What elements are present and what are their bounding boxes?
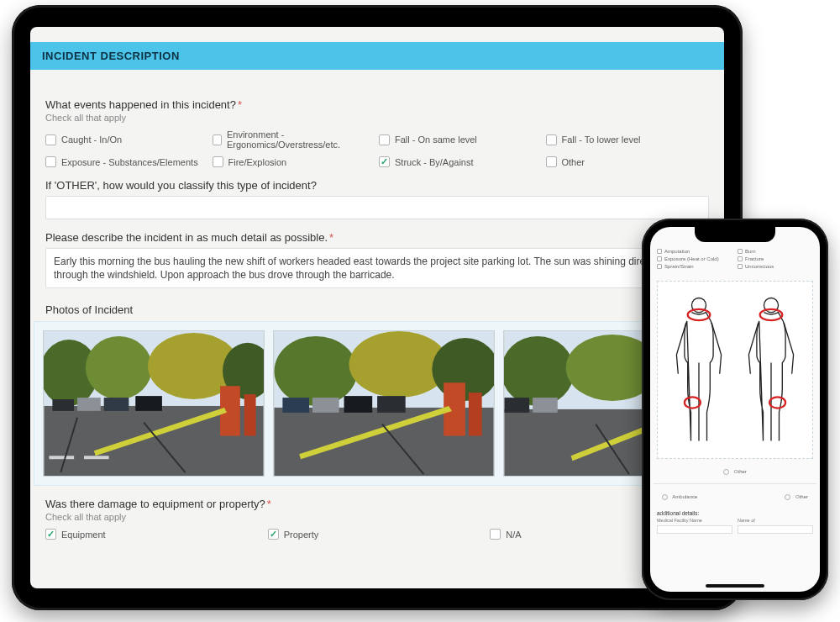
svg-point-17 — [275, 336, 358, 406]
checkbox-fall-same-level[interactable]: Fall - On same level — [379, 129, 543, 150]
checkbox-exposure[interactable]: Exposure - Substances/Elements — [45, 156, 209, 167]
checkbox-box-checked — [268, 529, 279, 540]
name-of-label: Name of — [738, 518, 813, 523]
radio-other-2[interactable]: Other — [785, 494, 808, 500]
svg-rect-21 — [312, 398, 339, 413]
checkbox-box — [657, 256, 662, 261]
checkbox-label: Fire/Explosion — [228, 157, 287, 167]
checkbox-label: Other — [562, 157, 585, 167]
checkbox-box — [213, 156, 223, 167]
radio-row-2: Ambulance Other — [657, 494, 813, 500]
required-asterisk: * — [267, 498, 271, 510]
checkbox-equipment[interactable]: Equipment — [45, 529, 265, 540]
svg-rect-32 — [505, 398, 530, 413]
radio-label: Ambulance — [672, 494, 697, 499]
checkbox-box — [738, 256, 743, 261]
required-asterisk: * — [238, 98, 242, 111]
svg-rect-33 — [533, 398, 558, 413]
checkbox-label: Sprain/Strain — [664, 264, 694, 269]
checkbox-caught-in-on[interactable]: Caught - In/On — [45, 129, 209, 150]
svg-rect-22 — [344, 396, 373, 413]
medical-facility-name-input[interactable] — [657, 525, 732, 534]
question-describe-text: Please describe the incident in as much … — [45, 231, 328, 244]
section-header-incident-description: INCIDENT DESCRIPTION — [30, 42, 724, 70]
checkbox-fire-explosion[interactable]: Fire/Explosion — [213, 156, 376, 167]
radio-label: Other — [734, 469, 747, 474]
checkbox-struck-by-against[interactable]: Struck - By/Against — [379, 156, 543, 167]
events-checkbox-grid: Caught - In/On Environment - Ergonomics/… — [45, 129, 709, 167]
checkbox-amputation[interactable]: Amputation — [657, 249, 732, 254]
tablet-device-frame: INCIDENT DESCRIPTION What events happene… — [12, 5, 743, 610]
phone-fields-row: Medical Facility Name Name of — [657, 518, 813, 534]
incident-photo-2[interactable] — [273, 330, 495, 477]
checkbox-fall-lower-level[interactable]: Fall - To lower level — [546, 129, 710, 150]
required-asterisk: * — [329, 231, 333, 244]
checkbox-box — [738, 264, 743, 269]
question-damage-label: Was there damage to equipment or propert… — [45, 498, 709, 510]
checkbox-sprain-strain[interactable]: Sprain/Strain — [657, 264, 732, 269]
checkbox-property[interactable]: Property — [268, 529, 487, 540]
checkbox-box — [379, 134, 390, 145]
phone-device-frame: Amputation Burn Exposure (Heat or Cold) … — [642, 219, 828, 600]
svg-point-38 — [685, 397, 701, 408]
checkbox-label: Exposure - Substances/Elements — [61, 157, 198, 167]
body-back-icon — [739, 288, 803, 451]
checkbox-label: Fracture — [745, 256, 764, 261]
svg-rect-13 — [49, 456, 74, 460]
radio-label: Other — [795, 494, 808, 499]
divider — [654, 483, 816, 484]
checkbox-box — [738, 249, 743, 254]
checkbox-box — [213, 134, 222, 145]
question-damage-hint: Check all that apply — [45, 512, 709, 522]
symptom-checkbox-grid: Amputation Burn Exposure (Heat or Cold) … — [657, 249, 813, 269]
checkbox-box — [546, 134, 557, 145]
checkbox-box-checked — [45, 529, 56, 540]
checkbox-box — [45, 134, 56, 145]
checkbox-label: Property — [284, 530, 319, 540]
checkbox-environment[interactable]: Environment - Ergonomics/Overstress/etc. — [213, 129, 376, 150]
radio-row-1: Other — [657, 469, 813, 475]
question-events-text: What events happened in this incident? — [45, 98, 236, 111]
photos-row — [34, 321, 721, 486]
svg-rect-11 — [244, 395, 256, 436]
checkbox-fracture[interactable]: Fracture — [738, 256, 813, 261]
incident-photo-2-image — [274, 331, 494, 476]
question-events-hint: Check all that apply — [45, 113, 709, 123]
radio-icon — [662, 494, 668, 500]
home-indicator[interactable] — [706, 584, 764, 588]
radio-other-1[interactable]: Other — [723, 469, 747, 475]
checkbox-label: Fall - On same level — [395, 134, 477, 145]
other-classify-input[interactable] — [45, 196, 709, 219]
checkbox-label: Environment - Ergonomics/Overstress/etc. — [227, 129, 375, 150]
checkbox-exposure-heat-cold[interactable]: Exposure (Heat or Cold) — [657, 256, 732, 261]
incident-photo-1-image — [44, 331, 264, 476]
phone-screen: Amputation Burn Exposure (Heat or Cold) … — [650, 227, 820, 592]
question-other-classify-label: If 'OTHER', how would you classify this … — [45, 179, 709, 192]
checkbox-box — [657, 249, 662, 254]
name-of-input[interactable] — [738, 525, 813, 534]
additional-details-label: additional details: — [657, 510, 813, 516]
svg-rect-7 — [77, 398, 101, 411]
checkbox-other[interactable]: Other — [546, 156, 710, 167]
question-events-label: What events happened in this incident?* — [45, 98, 709, 111]
body-diagram-panel[interactable] — [657, 281, 813, 459]
medical-facility-name-label: Medical Facility Name — [657, 518, 732, 523]
describe-incident-textarea[interactable]: Early this morning the bus hauling the n… — [45, 248, 709, 288]
form-area: What events happened in this incident?* … — [30, 78, 724, 288]
checkbox-label: Equipment — [61, 530, 106, 540]
incident-photo-1[interactable] — [43, 330, 265, 477]
radio-icon — [785, 494, 790, 500]
svg-point-41 — [769, 397, 785, 408]
checkbox-box-checked — [379, 156, 390, 167]
tablet-app: INCIDENT DESCRIPTION What events happene… — [30, 27, 724, 588]
svg-rect-14 — [84, 456, 109, 460]
checkbox-label: Struck - By/Against — [395, 157, 474, 167]
photos-of-incident-label: Photos of Incident — [45, 303, 709, 316]
radio-ambulance[interactable]: Ambulance — [662, 494, 697, 500]
checkbox-label: Caught - In/On — [61, 134, 122, 145]
svg-rect-8 — [104, 398, 129, 411]
checkbox-box — [490, 529, 501, 540]
checkbox-unconscious[interactable]: Unconscious — [738, 264, 813, 269]
radio-icon — [723, 469, 729, 475]
checkbox-burn[interactable]: Burn — [738, 249, 813, 254]
